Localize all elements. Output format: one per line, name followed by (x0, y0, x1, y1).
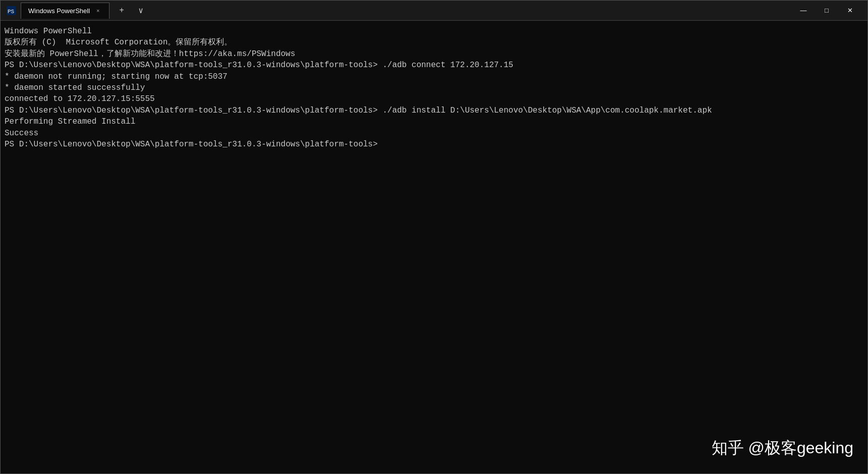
tab-close-button[interactable]: × (94, 7, 102, 15)
terminal-line: connected to 172.20.127.15:5555 (5, 93, 863, 104)
new-tab-button[interactable]: + (115, 4, 129, 18)
terminal-output: Windows PowerShell版权所有 (C) Microsoft Cor… (5, 26, 863, 150)
titlebar: PS Windows PowerShell × + ∨ — □ ✕ (1, 1, 867, 21)
tab-label: Windows PowerShell (28, 7, 90, 15)
close-button[interactable]: ✕ (838, 1, 861, 21)
window-controls: — □ ✕ (792, 1, 861, 21)
terminal-line: * daemon started successfully (5, 82, 863, 93)
maximize-button[interactable]: □ (815, 1, 838, 21)
terminal-body[interactable]: Windows PowerShell版权所有 (C) Microsoft Cor… (1, 21, 867, 473)
terminal-line: Performing Streamed Install (5, 116, 863, 127)
titlebar-left: PS Windows PowerShell × + ∨ (7, 3, 792, 19)
tab-dropdown-button[interactable]: ∨ (134, 4, 148, 18)
terminal-line: PS D:\Users\Lenovo\Desktop\WSA\platform-… (5, 60, 863, 71)
powershell-window: PS Windows PowerShell × + ∨ — □ ✕ Window… (0, 0, 868, 474)
terminal-line: Windows PowerShell (5, 26, 863, 37)
terminal-line: * daemon not running; starting now at tc… (5, 71, 863, 82)
terminal-line: 版权所有 (C) Microsoft Corporation。保留所有权利。 (5, 37, 863, 48)
terminal-line: PS D:\Users\Lenovo\Desktop\WSA\platform-… (5, 105, 863, 116)
terminal-line: Success (5, 128, 863, 139)
minimize-button[interactable]: — (792, 1, 815, 21)
active-tab[interactable]: Windows PowerShell × (21, 3, 110, 19)
watermark: 知乎 @极客geeking (712, 437, 853, 459)
terminal-line: PS D:\Users\Lenovo\Desktop\WSA\platform-… (5, 139, 863, 150)
powershell-icon: PS (7, 6, 16, 15)
svg-text:PS: PS (8, 9, 15, 15)
terminal-line: 安装最新的 PowerShell，了解新功能和改进！https://aka.ms… (5, 48, 863, 60)
